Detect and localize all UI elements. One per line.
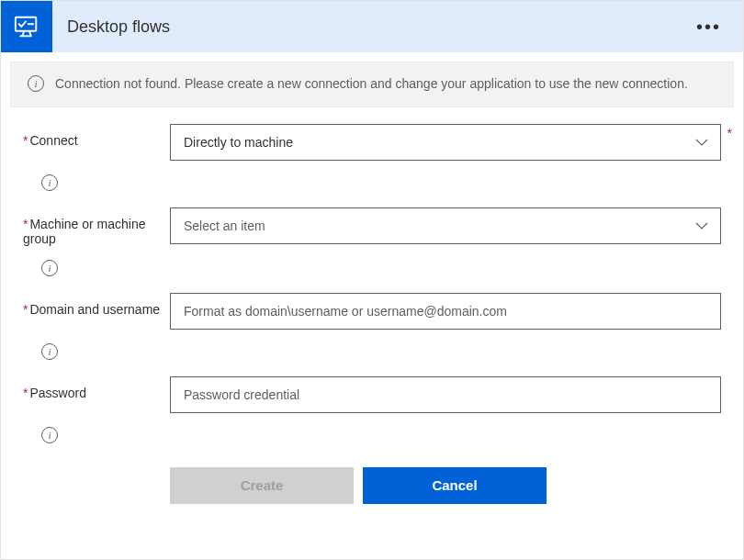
create-button: Create [170, 467, 354, 504]
alert-text: Connection not found. Please create a ne… [55, 75, 688, 94]
panel-header: Desktop flows ••• [1, 1, 743, 52]
password-row: *Password [23, 376, 721, 413]
domain-user-input[interactable] [170, 293, 721, 330]
machine-info-row: i [23, 253, 721, 293]
button-row: Create Cancel [170, 460, 721, 521]
password-input[interactable] [170, 376, 721, 413]
cancel-button[interactable]: Cancel [363, 467, 547, 504]
info-icon[interactable]: i [41, 260, 58, 276]
connection-form: *Connect Directly to machine * i *Machin… [1, 107, 743, 559]
password-label: *Password [23, 376, 170, 400]
domain-user-row: *Domain and username [23, 293, 721, 330]
password-info-row: i [23, 420, 721, 460]
svg-point-1 [31, 23, 33, 25]
machine-label: *Machine or machine group [23, 207, 170, 246]
connect-select[interactable]: Directly to machine [170, 124, 721, 161]
connect-label: *Connect [23, 124, 170, 148]
required-indicator: * [727, 126, 732, 140]
required-indicator: * [23, 217, 28, 231]
info-icon[interactable]: i [41, 427, 58, 443]
required-indicator: * [23, 133, 28, 148]
info-icon[interactable]: i [41, 174, 58, 191]
machine-select[interactable]: Select an item [170, 207, 721, 244]
panel-title: Desktop flows [67, 17, 691, 37]
info-icon: i [28, 75, 44, 92]
info-icon[interactable]: i [41, 343, 58, 360]
connect-info-row: i [23, 168, 721, 207]
connect-row: *Connect Directly to machine * [23, 124, 721, 161]
alert-banner: i Connection not found. Please create a … [10, 62, 734, 107]
required-indicator: * [23, 302, 28, 317]
desktop-flows-panel: Desktop flows ••• i Connection not found… [0, 0, 744, 560]
more-options-button[interactable]: ••• [691, 13, 727, 41]
connect-select-value: Directly to machine [184, 135, 293, 150]
machine-row: *Machine or machine group Select an item [23, 207, 721, 246]
required-indicator: * [23, 386, 28, 400]
domain-user-label: *Domain and username [23, 293, 170, 317]
desktop-flows-icon [1, 1, 52, 52]
domain-user-info-row: i [23, 337, 721, 376]
machine-select-placeholder: Select an item [184, 218, 265, 233]
